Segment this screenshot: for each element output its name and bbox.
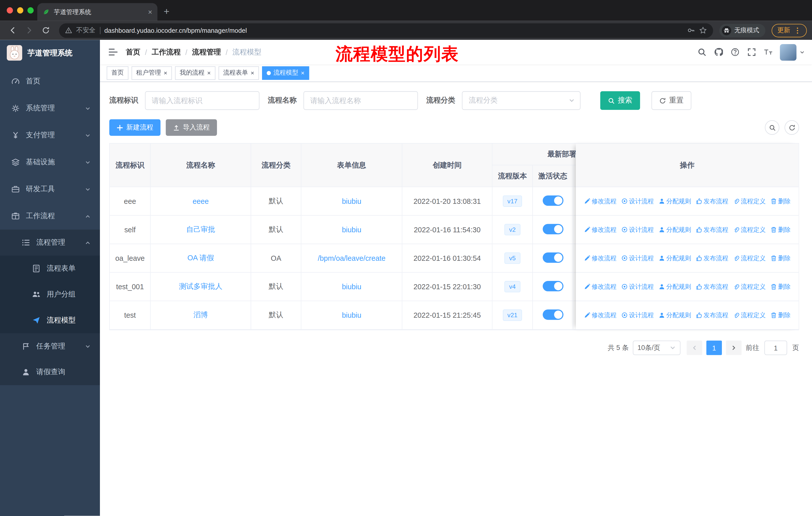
form-link[interactable]: biubiu <box>342 197 361 205</box>
process-name-link[interactable]: 滔博 <box>193 310 208 319</box>
breadcrumb-item[interactable]: 流程管理 <box>192 47 221 57</box>
process-name-input[interactable] <box>303 91 418 110</box>
update-button[interactable]: 更新 <box>772 24 807 37</box>
breadcrumb-item[interactable]: 首页 <box>126 47 141 57</box>
refresh-table-button[interactable] <box>785 120 799 135</box>
op-edit-link[interactable]: 修改流程 <box>584 282 617 291</box>
op-design-link[interactable]: 设计流程 <box>621 197 654 206</box>
tab-close-icon[interactable]: × <box>148 8 152 16</box>
op-edit-link[interactable]: 修改流程 <box>584 197 617 206</box>
version-badge[interactable]: v4 <box>504 281 520 293</box>
op-assign-link[interactable]: 分配规则 <box>659 254 691 263</box>
process-key-input[interactable] <box>145 91 260 110</box>
process-name-link[interactable]: 自己审批 <box>186 225 215 233</box>
op-design-link[interactable]: 设计流程 <box>621 225 654 234</box>
op-publish-link[interactable]: 发布流程 <box>696 254 728 263</box>
tag-close-icon[interactable]: × <box>251 69 254 77</box>
window-zoom-button[interactable] <box>27 7 34 13</box>
op-delete-link[interactable]: 删除 <box>770 311 790 320</box>
op-edit-link[interactable]: 修改流程 <box>584 225 617 234</box>
op-publish-link[interactable]: 发布流程 <box>696 197 728 206</box>
sidebar-item-layers[interactable]: 基础设施 <box>0 148 100 175</box>
back-button[interactable] <box>5 23 20 38</box>
form-link[interactable]: /bpm/oa/leave/create <box>318 254 385 262</box>
sidebar-item-workflow[interactable]: 工作流程 <box>0 202 100 229</box>
sidebar-item-gear[interactable]: 系统管理 <box>0 95 100 122</box>
sidebar-item-list[interactable]: 流程管理 <box>0 229 100 255</box>
menu-dots-icon[interactable] <box>794 27 801 34</box>
sidebar-item-form[interactable]: 流程表单 <box>0 255 100 281</box>
op-publish-link[interactable]: 发布流程 <box>696 282 728 291</box>
active-toggle[interactable] <box>543 309 563 320</box>
op-assign-link[interactable]: 分配规则 <box>659 225 691 234</box>
active-toggle[interactable] <box>543 281 563 291</box>
form-link[interactable]: biubiu <box>342 225 361 234</box>
sidebar-item-user[interactable]: 请假查询 <box>0 359 100 385</box>
op-delete-link[interactable]: 删除 <box>770 225 790 234</box>
page-size-select[interactable]: 10条/页 <box>633 341 680 355</box>
window-minimize-button[interactable] <box>17 7 23 13</box>
version-badge[interactable]: v5 <box>504 252 520 264</box>
window-close-button[interactable] <box>7 7 13 13</box>
op-design-link[interactable]: 设计流程 <box>621 311 654 320</box>
op-assign-link[interactable]: 分配规则 <box>659 197 691 206</box>
active-toggle[interactable] <box>543 224 563 234</box>
prev-page-button[interactable] <box>687 341 702 355</box>
tag-item[interactable]: 我的流程× <box>175 66 215 79</box>
new-tab-button[interactable]: + <box>164 6 169 17</box>
op-publish-link[interactable]: 发布流程 <box>696 311 728 320</box>
tag-item[interactable]: 首页 <box>107 66 128 79</box>
op-definition-link[interactable]: 流程定义 <box>733 197 766 206</box>
bookmark-star-icon[interactable] <box>699 26 707 34</box>
version-badge[interactable]: v2 <box>504 224 520 236</box>
op-delete-link[interactable]: 删除 <box>770 197 790 206</box>
fullscreen-icon[interactable] <box>747 48 756 56</box>
search-icon[interactable] <box>697 48 706 56</box>
next-page-button[interactable] <box>726 341 742 355</box>
op-publish-link[interactable]: 发布流程 <box>696 225 728 234</box>
browser-tab[interactable]: 芋道管理系统 × <box>37 3 157 21</box>
op-definition-link[interactable]: 流程定义 <box>733 225 766 234</box>
category-select[interactable]: 流程分类 <box>462 91 580 110</box>
op-assign-link[interactable]: 分配规则 <box>659 311 691 320</box>
tag-close-icon[interactable]: × <box>301 69 304 77</box>
op-assign-link[interactable]: 分配规则 <box>659 282 691 291</box>
op-delete-link[interactable]: 删除 <box>770 254 790 263</box>
op-edit-link[interactable]: 修改流程 <box>584 311 617 320</box>
goto-page-input[interactable] <box>764 341 787 355</box>
reset-button[interactable]: 重置 <box>651 91 691 110</box>
op-edit-link[interactable]: 修改流程 <box>584 254 617 263</box>
search-button[interactable]: 搜索 <box>600 91 640 110</box>
toggle-search-button[interactable] <box>765 120 780 135</box>
create-process-button[interactable]: 新建流程 <box>109 119 161 136</box>
page-1-button[interactable]: 1 <box>706 341 722 355</box>
op-definition-link[interactable]: 流程定义 <box>733 282 766 291</box>
process-name-link[interactable]: eeee <box>193 197 209 205</box>
op-definition-link[interactable]: 流程定义 <box>733 311 766 320</box>
reload-button[interactable] <box>38 23 53 38</box>
tag-item[interactable]: 租户管理× <box>132 66 172 79</box>
version-badge[interactable]: v21 <box>503 309 522 321</box>
op-delete-link[interactable]: 删除 <box>770 282 790 291</box>
process-name-link[interactable]: OA 请假 <box>187 253 214 262</box>
sidebar-item-briefcase[interactable]: 研发工具 <box>0 175 100 202</box>
font-size-icon[interactable] <box>764 48 773 56</box>
tag-item[interactable]: 流程表单× <box>219 66 259 79</box>
form-link[interactable]: biubiu <box>342 311 361 319</box>
breadcrumb-item[interactable]: 工作流程 <box>152 47 181 57</box>
address-bar[interactable]: 不安全 dashboard.yudao.iocoder.cn/bpm/manag… <box>59 23 713 38</box>
hamburger-icon[interactable] <box>100 48 126 56</box>
sidebar-item-tag[interactable]: 任务管理 <box>0 333 100 359</box>
sidebar-item-dashboard[interactable]: 首页 <box>0 68 100 95</box>
github-icon[interactable] <box>714 48 723 56</box>
tag-close-icon[interactable]: × <box>207 69 211 77</box>
process-name-link[interactable]: 测试多审批人 <box>179 282 223 290</box>
help-icon[interactable] <box>731 48 740 56</box>
active-toggle[interactable] <box>543 195 563 206</box>
sidebar-item-yen[interactable]: 支付管理 <box>0 122 100 148</box>
sidebar-item-users[interactable]: 用户分组 <box>0 281 100 307</box>
tag-active[interactable]: 流程模型× <box>262 66 309 79</box>
import-process-button[interactable]: 导入流程 <box>166 119 217 136</box>
password-key-icon[interactable] <box>687 26 695 34</box>
forward-button[interactable] <box>22 23 36 38</box>
